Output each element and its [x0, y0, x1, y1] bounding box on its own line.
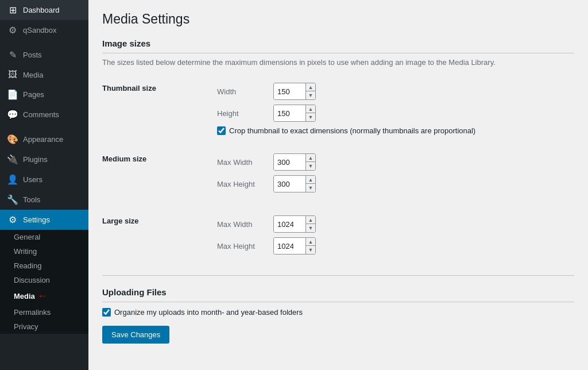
submenu-item-writing[interactable]: Writing	[0, 244, 88, 259]
large-height-row: Max Height ▲ ▼	[217, 237, 574, 255]
sidebar: ⊞ Dashboard ⚙ qSandbox ✎ Posts 🖼 Media 📄…	[0, 0, 88, 370]
tools-icon: 🔧	[7, 194, 18, 205]
settings-icon: ⚙	[7, 214, 18, 225]
comments-icon: 💬	[7, 109, 18, 120]
thumbnail-width-spinners: ▲ ▼	[305, 83, 315, 99]
medium-width-input-wrap: ▲ ▼	[273, 153, 316, 171]
thumbnail-width-input-wrap: ▲ ▼	[273, 83, 316, 100]
thumbnail-width-up[interactable]: ▲	[306, 83, 315, 91]
thumbnail-fields: Width ▲ ▼ Height ▲	[217, 78, 574, 140]
thumbnail-height-down[interactable]: ▼	[306, 113, 315, 121]
large-height-input-wrap: ▲ ▼	[273, 237, 316, 255]
large-height-down[interactable]: ▼	[306, 246, 315, 254]
large-max-height-label: Max Height	[217, 242, 269, 250]
sidebar-item-dashboard[interactable]: ⊞ Dashboard	[0, 0, 88, 20]
sidebar-item-label: Pages	[23, 90, 44, 99]
page-title: Media Settings	[102, 11, 574, 27]
sidebar-item-label: Comments	[23, 110, 59, 119]
image-sizes-description: The sizes listed below determine the max…	[102, 58, 574, 67]
large-width-up[interactable]: ▲	[306, 216, 315, 224]
thumbnail-height-spinners: ▲ ▼	[305, 105, 315, 121]
large-height-spinners: ▲ ▼	[305, 238, 315, 254]
sidebar-item-label: Dashboard	[23, 6, 60, 14]
dashboard-icon: ⊞	[7, 5, 18, 16]
thumbnail-crop-checkbox[interactable]	[217, 126, 226, 135]
section-divider	[102, 275, 574, 276]
thumbnail-width-label: Width	[217, 87, 269, 96]
thumbnail-height-input-wrap: ▲ ▼	[273, 105, 316, 122]
medium-height-row: Max Height ▲ ▼	[217, 175, 574, 192]
medium-width-input[interactable]	[274, 154, 305, 170]
sidebar-item-label: Media	[23, 71, 43, 79]
pages-icon: 📄	[7, 89, 18, 100]
submenu-item-reading[interactable]: Reading	[0, 259, 88, 273]
medium-width-row: Max Width ▲ ▼	[217, 153, 574, 171]
appearance-icon: 🎨	[7, 134, 18, 145]
thumbnail-height-row: Height ▲ ▼	[217, 105, 574, 122]
settings-table: Thumbnail size Width ▲ ▼ Height	[102, 78, 574, 264]
sidebar-item-qsandbox[interactable]: ⚙ qSandbox	[0, 20, 88, 40]
medium-width-spinners: ▲ ▼	[305, 154, 315, 170]
thumbnail-width-input[interactable]	[274, 83, 305, 99]
thumbnail-crop-label[interactable]: Crop thumbnail to exact dimensions (norm…	[229, 126, 475, 135]
medium-max-height-label: Max Height	[217, 180, 269, 188]
large-max-width-label: Max Width	[217, 220, 269, 229]
plugins-icon: 🔌	[7, 154, 18, 165]
medium-label: Medium size	[102, 149, 217, 202]
submenu-item-privacy[interactable]: Privacy	[0, 319, 88, 334]
medium-height-spinners: ▲ ▼	[305, 176, 315, 192]
submenu-item-permalinks[interactable]: Permalinks	[0, 305, 88, 319]
thumbnail-height-input[interactable]	[274, 105, 305, 121]
medium-height-up[interactable]: ▲	[306, 176, 315, 184]
image-sizes-section-title: Image sizes	[102, 38, 574, 53]
media-icon: 🖼	[7, 70, 18, 80]
medium-width-down[interactable]: ▼	[306, 162, 315, 170]
medium-max-width-label: Max Width	[217, 158, 269, 167]
thumbnail-width-row: Width ▲ ▼	[217, 83, 574, 100]
thumbnail-crop-row: Crop thumbnail to exact dimensions (norm…	[217, 126, 574, 135]
media-submenu-label: Media	[14, 292, 35, 300]
large-height-input[interactable]	[274, 238, 305, 254]
medium-height-input-wrap: ▲ ▼	[273, 175, 316, 192]
large-height-up[interactable]: ▲	[306, 238, 315, 246]
organize-uploads-row: Organize my uploads into month- and year…	[102, 308, 574, 317]
save-changes-button[interactable]: Save Changes	[102, 326, 169, 344]
organize-uploads-label[interactable]: Organize my uploads into month- and year…	[114, 308, 303, 317]
large-width-spinners: ▲ ▼	[305, 216, 315, 232]
large-width-input[interactable]	[274, 216, 305, 232]
medium-height-down[interactable]: ▼	[306, 184, 315, 192]
sidebar-item-appearance[interactable]: 🎨 Appearance	[0, 129, 88, 149]
sidebar-item-label: Plugins	[23, 155, 48, 164]
sidebar-item-comments[interactable]: 💬 Comments	[0, 105, 88, 125]
posts-icon: ✎	[7, 49, 18, 60]
sidebar-item-users[interactable]: 👤 Users	[0, 169, 88, 190]
sidebar-item-label: qSandbox	[23, 26, 57, 34]
sidebar-item-tools[interactable]: 🔧 Tools	[0, 190, 88, 210]
uploading-files-section-title: Uploading Files	[102, 287, 574, 302]
sidebar-item-posts[interactable]: ✎ Posts	[0, 45, 88, 65]
large-width-input-wrap: ▲ ▼	[273, 215, 316, 233]
medium-height-input[interactable]	[274, 176, 305, 192]
main-content: Media Settings Image sizes The sizes lis…	[88, 0, 588, 370]
sidebar-item-media[interactable]: 🖼 Media	[0, 65, 88, 84]
organize-uploads-checkbox[interactable]	[102, 308, 111, 317]
submenu-item-media[interactable]: Media ←	[0, 287, 88, 305]
submenu-item-general[interactable]: General	[0, 230, 88, 244]
medium-row: Medium size Max Width ▲ ▼ Max Height	[102, 149, 574, 202]
thumbnail-row: Thumbnail size Width ▲ ▼ Height	[102, 78, 574, 140]
sidebar-item-label: Appearance	[23, 135, 63, 144]
large-width-down[interactable]: ▼	[306, 224, 315, 232]
medium-fields: Max Width ▲ ▼ Max Height ▲	[217, 149, 574, 202]
sidebar-item-plugins[interactable]: 🔌 Plugins	[0, 149, 88, 169]
users-icon: 👤	[7, 174, 18, 185]
thumbnail-height-up[interactable]: ▲	[306, 105, 315, 113]
medium-width-up[interactable]: ▲	[306, 154, 315, 162]
submenu-item-discussion[interactable]: Discussion	[0, 273, 88, 287]
thumbnail-label: Thumbnail size	[102, 78, 217, 140]
settings-submenu: General Writing Reading Discussion Media…	[0, 230, 88, 334]
thumbnail-width-down[interactable]: ▼	[306, 91, 315, 99]
red-arrow-icon: ←	[37, 290, 48, 302]
sidebar-item-pages[interactable]: 📄 Pages	[0, 84, 88, 105]
sidebar-item-settings[interactable]: ⚙ Settings	[0, 210, 88, 230]
large-fields: Max Width ▲ ▼ Max Height ▲	[217, 211, 574, 264]
